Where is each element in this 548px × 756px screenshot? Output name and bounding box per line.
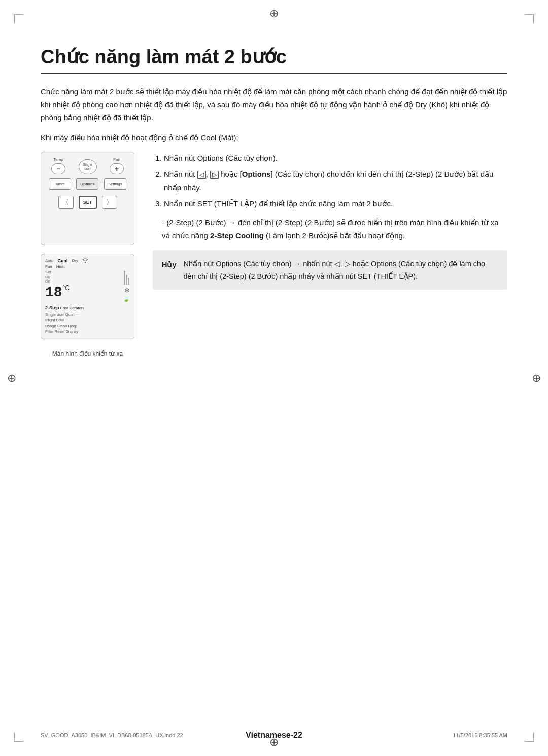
fan-label: Fan xyxy=(113,157,120,162)
quiet-feature: Quiet xyxy=(65,312,75,317)
mode-fan-heat-row: Fan Heat xyxy=(45,264,130,269)
beep-feature: Beep xyxy=(68,323,77,328)
intro-paragraph: Chức năng làm mát 2 bước sẽ thiết lập má… xyxy=(41,85,507,124)
svg-rect-1 xyxy=(124,271,125,285)
section-label: Khi máy điều hòa nhiệt độ hoạt động ở ch… xyxy=(41,133,507,142)
remote-control-top-image: Temp − Single user Fan + xyxy=(41,152,134,245)
single-user-button[interactable]: Single user xyxy=(79,159,97,174)
rc-row-3: 〈 SET 〉 xyxy=(46,196,129,209)
settings-button[interactable]: Settings xyxy=(104,178,126,190)
cancel-text: Nhấn nút Options (Các tùy chọn) → nhấn n… xyxy=(184,258,498,282)
feature-single-quiet: Single user Quiet ··· xyxy=(45,312,130,317)
sub-steps-list: (2-Step) (2 Bước) → đèn chỉ thị (2-Step)… xyxy=(153,216,507,243)
single-user-feature: Single user xyxy=(45,312,64,317)
celsius-symbol: °C xyxy=(63,284,70,292)
features-section: Single user Quiet ··· d'light Cool ··· U… xyxy=(45,312,130,335)
set-label: Set xyxy=(45,270,70,274)
instruction-step-1: Nhấn nút Options (Các tùy chọn). xyxy=(164,152,507,165)
comfort-label: Comfort xyxy=(70,306,84,310)
top-compass-icon: ⊕ xyxy=(269,7,279,20)
images-column: Temp − Single user Fan + xyxy=(41,152,134,357)
step2-btn1: ◁ xyxy=(197,171,206,179)
remote-buttons-group: Temp − Single user Fan + xyxy=(46,157,129,209)
remote-display-image: Auto Cool Dry Fan Heat Set xyxy=(41,254,134,339)
bar-chart-icon xyxy=(124,271,130,285)
single-label: Single xyxy=(83,163,92,167)
rc-row-2: Timer Options Settings xyxy=(46,178,129,190)
cancel-note-box: Hủy Nhấn nút Options (Các tùy chọn) → nh… xyxy=(153,250,507,290)
temp-right-section: ❄ 🍃 xyxy=(123,270,130,302)
instruction-step-3: Nhấn nút SET (THIẾT LẬP) để thiết lập ch… xyxy=(164,197,507,210)
feature-dlight-cool: d'light Cool ··· xyxy=(45,317,130,323)
temp-label: Temp xyxy=(53,157,63,162)
content-row: Temp − Single user Fan + xyxy=(41,152,507,357)
temp-minus-button[interactable]: − xyxy=(51,163,65,174)
footer-date-info: 11/5/2015 8:35:55 AM xyxy=(453,732,507,738)
usage-feature: Usage xyxy=(45,323,56,328)
wifi-icon xyxy=(82,258,88,263)
temp-icon-row: Set On Off 18 °C xyxy=(45,270,130,302)
feature-usage-clean-beep: Usage Clean Beep xyxy=(45,323,130,329)
off-label: Off xyxy=(45,279,70,284)
step-label: 2-Step xyxy=(45,305,59,310)
cool-feature: Cool xyxy=(56,318,63,322)
on-label: On xyxy=(45,275,70,280)
options-button[interactable]: Options xyxy=(76,178,98,190)
fast-label: Fast xyxy=(60,306,68,310)
page-title: Chức năng làm mát 2 bước xyxy=(41,46,507,74)
right-arrow-button[interactable]: 〉 xyxy=(102,196,117,209)
image-caption: Màn hình điều khiển từ xa xyxy=(41,350,134,357)
corner-tr xyxy=(525,14,534,23)
snowflake-icon: ❄ xyxy=(124,286,130,294)
page-container: ⊕ ⊕ ⊕ Chức năng làm mát 2 bước Chức năng… xyxy=(0,0,548,756)
sub-step-bold: 2-Step Cooling xyxy=(210,231,264,240)
instructions-list: Nhấn nút Options (Các tùy chọn). Nhấn nú… xyxy=(153,152,507,211)
sub-step-1: (2-Step) (2 Bước) → đèn chỉ thị (2-Step)… xyxy=(162,216,507,243)
step2-mid: hoặc [ xyxy=(219,170,242,178)
svg-rect-2 xyxy=(126,275,127,285)
step2-prefix: Nhấn nút xyxy=(164,170,197,178)
step2-options-bold: Options xyxy=(242,170,271,178)
side-compass-right-icon: ⊕ xyxy=(532,372,541,385)
bottom-compass-icon: ⊕ xyxy=(269,736,279,749)
instruction-step-2: Nhấn nút ◁, ▷ hoặc [Options] (Các tùy ch… xyxy=(164,168,507,195)
set-button[interactable]: SET xyxy=(79,196,97,209)
mode-dry: Dry xyxy=(72,258,78,263)
filter-feature: Filter xyxy=(45,329,54,334)
reset-feature: Reset xyxy=(55,329,65,334)
fan-plus-button[interactable]: + xyxy=(110,163,124,174)
clean-feature: Clean xyxy=(57,323,67,328)
side-compass-left-icon: ⊕ xyxy=(7,372,16,385)
display-feature: Display xyxy=(65,329,78,334)
leaf-icon: 🍃 xyxy=(123,296,130,302)
feature-filter-reset-display: Filter Reset Display xyxy=(45,329,130,334)
mode-heat: Heat xyxy=(56,264,65,269)
mode-cool: Cool xyxy=(57,258,67,263)
step2-btn2: ▷ xyxy=(210,171,219,179)
mode-fan: Fan xyxy=(45,264,52,269)
svg-point-0 xyxy=(85,261,86,262)
sub-step-suffix: (Làm lạnh 2 Bước)sẽ bắt đầu hoạt động. xyxy=(264,231,405,240)
footer-file-info: SV_GOOD_A3050_IB&IM_VI_DB68-05185A_UX.in… xyxy=(41,732,183,738)
step-row: 2-Step Fast Comfort xyxy=(45,305,130,310)
temp-left-section: Set On Off 18 °C xyxy=(45,270,70,301)
mode-auto: Auto xyxy=(45,258,53,263)
corner-tl xyxy=(14,14,23,23)
left-arrow-button[interactable]: 〈 xyxy=(58,196,74,209)
mode-row: Auto Cool Dry xyxy=(45,258,130,263)
temp-value: 18 xyxy=(45,285,62,300)
instructions-column: Nhấn nút Options (Các tùy chọn). Nhấn nú… xyxy=(153,152,507,290)
user-label: user xyxy=(84,167,91,171)
rc-row-1: Temp − Single user Fan + xyxy=(46,157,129,174)
svg-rect-3 xyxy=(128,278,129,285)
timer-button[interactable]: Timer xyxy=(49,178,71,190)
dlight-feature: d'light xyxy=(45,318,55,322)
cancel-label: Hủy xyxy=(162,259,177,282)
